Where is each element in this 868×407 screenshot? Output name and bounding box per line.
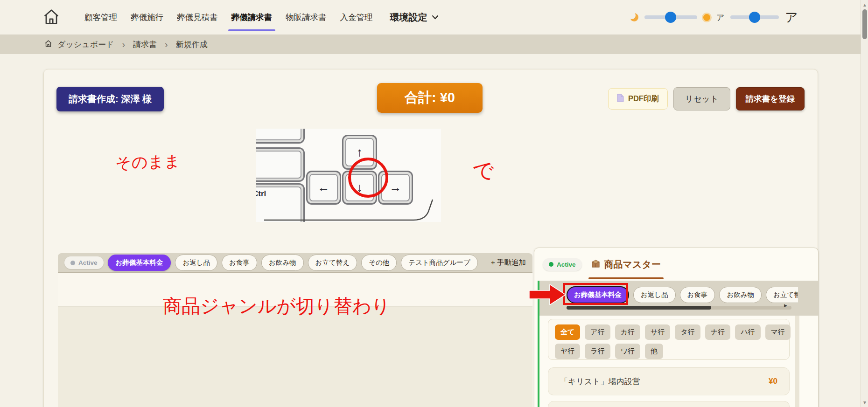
- chevron-down-icon: [432, 13, 439, 21]
- nav-item-payments[interactable]: 入金管理: [340, 0, 373, 34]
- moon-icon: [630, 13, 638, 21]
- reset-button[interactable]: リセット: [673, 87, 730, 110]
- settings-menu[interactable]: 環境設定: [390, 11, 439, 24]
- breadcrumb: ダッシュボード › 請求書 › 新規作成: [0, 34, 868, 54]
- font-size-large-label: ア: [785, 9, 798, 26]
- nav-item-funeral-exec[interactable]: 葬儀施行: [130, 0, 164, 34]
- filter-ma-button[interactable]: マ行: [765, 324, 791, 340]
- filter-ya-button[interactable]: ヤ行: [555, 344, 580, 359]
- theme-slider-thumb[interactable]: [665, 12, 676, 23]
- red-arrow-icon: [529, 284, 566, 307]
- genre-hscrollbar-thumb[interactable]: [567, 306, 711, 310]
- product-master-panel: Active 商品マスター ▲ お葬儀基本料金 お返し品 お食事: [534, 248, 819, 407]
- invoice-title-badge: 請求書作成: 深澤 様: [56, 87, 164, 111]
- chevron-right-icon: ›: [162, 39, 171, 50]
- font-size-small-label: ア: [716, 12, 724, 23]
- product-panel-header: Active 商品マスター: [534, 248, 818, 281]
- annotation-de: で: [471, 156, 496, 186]
- panel-genre-row: お葬儀基本料金 お返し品 お食事 お飲み物 お立て替え ►: [539, 281, 819, 316]
- product-master-title: 商品マスター: [604, 258, 661, 271]
- navbar: 顧客管理 葬儀施行 葬儀見積書 葬儀請求書 物販請求書 入金管理 環境設定 ア: [0, 0, 868, 34]
- font-size-slider-thumb[interactable]: [749, 12, 760, 23]
- active-tab-underline: [588, 277, 664, 279]
- product-list-item-partial[interactable]: [548, 401, 790, 407]
- panel-genre-return-gifts[interactable]: お返し品: [633, 287, 676, 303]
- invoice-card: 請求書作成: 深澤 様 合計: ¥0 PDF印刷 リセット 請求書を登録 Ctr…: [43, 69, 818, 407]
- invoice-actions: PDF印刷 リセット 請求書を登録: [608, 87, 805, 110]
- invoice-create-page: 顧客管理 葬儀施行 葬儀見積書 葬儀請求書 物販請求書 入金管理 環境設定 ア: [0, 0, 868, 407]
- page-scrollbar[interactable]: ▲ ▼: [861, 0, 868, 407]
- package-icon: [591, 259, 600, 270]
- keyboard-image: Ctrl ↑ ← ↓ →: [256, 129, 441, 222]
- active-dot-icon: [549, 262, 553, 267]
- nav-item-sales-invoice[interactable]: 物販請求書: [285, 0, 327, 34]
- filter-misc-button[interactable]: 他: [645, 344, 663, 359]
- invoice-table-body-zone: [58, 306, 532, 407]
- status-label: Active: [78, 259, 98, 266]
- genre-tab-other[interactable]: その他: [361, 255, 397, 271]
- filter-ka-button[interactable]: カ行: [615, 324, 640, 340]
- manual-add-button[interactable]: + 手動追加: [491, 258, 526, 268]
- filter-ta-button[interactable]: タ行: [675, 324, 700, 340]
- filter-na-button[interactable]: ナ行: [705, 324, 730, 340]
- pdf-print-button[interactable]: PDF印刷: [608, 88, 668, 110]
- panel-genre-drinks[interactable]: お飲み物: [719, 287, 762, 303]
- scroll-right-icon[interactable]: ►: [783, 303, 788, 308]
- genre-tab-meals[interactable]: お食事: [222, 255, 257, 271]
- filter-ha-button[interactable]: ハ行: [735, 324, 760, 340]
- pdf-print-label: PDF印刷: [628, 94, 659, 104]
- kana-filter-card: 全て ア行 カ行 サ行 タ行 ナ行 ハ行 マ行 ヤ行 ラ行 ワ行 他: [548, 319, 790, 360]
- kana-filter-row-1: 全て ア行 カ行 サ行 タ行 ナ行 ハ行 マ行: [555, 324, 783, 340]
- status-label: Active: [557, 261, 576, 268]
- tab-product-master[interactable]: 商品マスター: [589, 248, 663, 281]
- nav-item-customers[interactable]: 顧客管理: [84, 0, 118, 34]
- document-icon: [617, 94, 624, 104]
- theme-slider[interactable]: [644, 15, 697, 19]
- nav-item-funeral-invoice[interactable]: 葬儀請求書: [231, 0, 273, 34]
- breadcrumb-dashboard[interactable]: ダッシュボード: [57, 39, 114, 50]
- nav-item-funeral-quote[interactable]: 葬儀見積書: [176, 0, 218, 34]
- highlight-circle-annotation: [348, 158, 388, 198]
- home-small-icon: [44, 40, 52, 49]
- product-name: 「キリスト」場内設営: [560, 376, 640, 387]
- genre-tab-return-gifts[interactable]: お返し品: [175, 255, 217, 271]
- kana-filter-row-2: ヤ行 ラ行 ワ行 他: [555, 344, 783, 359]
- sun-icon: [703, 14, 710, 21]
- panel-genre-advance[interactable]: お立て替え: [766, 287, 798, 303]
- breadcrumb-new: 新規作成: [176, 39, 208, 50]
- annotation-genre-switch: 商品ジャンルが切り替わり: [163, 293, 391, 319]
- status-badge-active: Active: [543, 258, 582, 271]
- inactive-dot-icon: [70, 261, 75, 265]
- scroll-down-icon[interactable]: ▼: [862, 400, 867, 405]
- filter-wa-button[interactable]: ワ行: [615, 344, 640, 359]
- product-price: ¥0: [769, 377, 777, 386]
- genre-tab-test-group[interactable]: テスト商品グループ: [401, 255, 478, 271]
- settings-label: 環境設定: [390, 11, 427, 24]
- page-scrollbar-thumb[interactable]: [862, 9, 867, 39]
- home-icon: [42, 8, 60, 27]
- genre-tab-funeral-basic[interactable]: お葬儀基本料金: [108, 255, 171, 271]
- status-badge-inactive: Active: [64, 256, 104, 269]
- product-list-item[interactable]: 「キリスト」場内設営 ¥0: [548, 367, 790, 395]
- scroll-up-icon[interactable]: ▲: [862, 2, 867, 7]
- total-amount-badge: 合計: ¥0: [377, 83, 483, 113]
- panel-genre-meals[interactable]: お食事: [680, 287, 715, 303]
- home-button[interactable]: [41, 7, 62, 28]
- chevron-right-icon: ›: [119, 39, 128, 50]
- display-controls: ア ア: [630, 0, 798, 34]
- filter-all-button[interactable]: 全て: [555, 324, 580, 340]
- genre-tabbar: Active お葬儀基本料金 お返し品 お食事 お飲み物 お立て替え その他 テ…: [58, 253, 532, 273]
- font-size-slider[interactable]: [730, 15, 779, 19]
- annotation-sonomama: そのまま: [115, 151, 181, 174]
- genre-tab-drinks[interactable]: お飲み物: [261, 255, 304, 271]
- register-invoice-button[interactable]: 請求書を登録: [736, 87, 805, 110]
- genre-hscrollbar-track[interactable]: [567, 306, 791, 310]
- breadcrumb-invoice[interactable]: 請求書: [133, 39, 157, 50]
- annotation-red-box: [563, 283, 628, 305]
- filter-a-button[interactable]: ア行: [585, 324, 610, 340]
- filter-sa-button[interactable]: サ行: [645, 324, 670, 340]
- main-nav: 顧客管理 葬儀施行 葬儀見積書 葬儀請求書 物販請求書 入金管理: [84, 0, 373, 34]
- filter-ra-button[interactable]: ラ行: [585, 344, 610, 359]
- genre-tab-advance[interactable]: お立て替え: [308, 255, 357, 271]
